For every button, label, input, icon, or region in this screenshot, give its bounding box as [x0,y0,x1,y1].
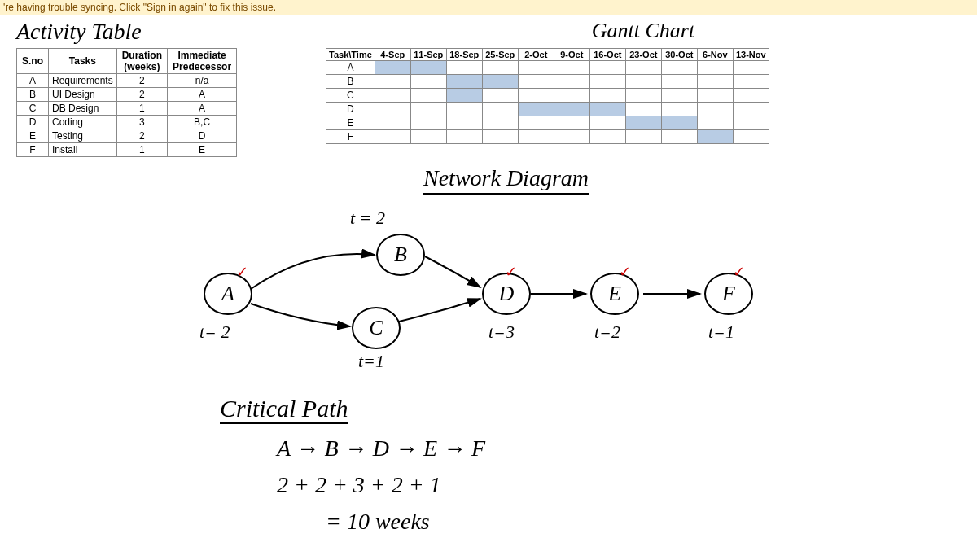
node-f: F [704,273,753,315]
node-c-time: t=1 [358,351,384,372]
node-d-time: t=3 [488,322,515,343]
table-row: ETesting2D [17,129,237,143]
critical-path-sum: 2 + 2 + 3 + 2 + 1 [277,472,441,498]
gantt-table: Task\Time4-Sep11-Sep18-Sep25-Sep2-Oct9-O… [326,48,769,144]
table-row: CDB Design1A [17,102,237,116]
network-title: Network Diagram [423,165,589,195]
gantt-section: Gantt Chart Task\Time4-Sep11-Sep18-Sep25… [326,19,961,157]
activity-title: Activity Table [16,19,293,45]
gantt-title: Gantt Chart [326,19,961,43]
critical-path-seq: A → B → D → E → F [277,435,485,462]
node-b-time: t = 2 [350,208,385,229]
critical-path-result: = 10 weeks [326,509,430,535]
table-row: FInstall1E [17,143,237,157]
col-sno: S.no [17,49,49,74]
tick-icon: ✓ [619,263,631,281]
diagram-area: Network Diagram A ✓ t= 2 B t = 2 C t=1 D… [0,159,977,558]
diagram-arrows [0,159,977,558]
node-e-time: t=2 [594,322,620,343]
activity-table-section: Activity Table S.no Tasks Duration(weeks… [16,19,293,157]
table-row: DCoding3B,C [17,116,237,129]
col-pred: ImmediatePredecessor [168,49,237,74]
node-f-time: t=1 [708,322,734,343]
critical-path-title: Critical Path [220,395,348,424]
col-duration: Duration(weeks) [116,49,167,74]
tick-icon: ✓ [733,263,745,281]
sync-warning-bar: 're having trouble syncing. Click "Sign … [0,0,977,15]
node-a-time: t= 2 [199,322,230,343]
node-e: E [590,273,639,315]
top-section: Activity Table S.no Tasks Duration(weeks… [0,15,977,160]
node-b: B [376,234,425,276]
table-row: ARequirements2n/a [17,74,237,88]
tick-icon: ✓ [505,263,517,281]
node-c: C [352,307,401,349]
activity-table: S.no Tasks Duration(weeks) ImmediatePred… [16,48,237,157]
col-tasks: Tasks [49,49,117,74]
table-row: BUI Design2A [17,88,237,102]
tick-icon: ✓ [236,263,248,281]
